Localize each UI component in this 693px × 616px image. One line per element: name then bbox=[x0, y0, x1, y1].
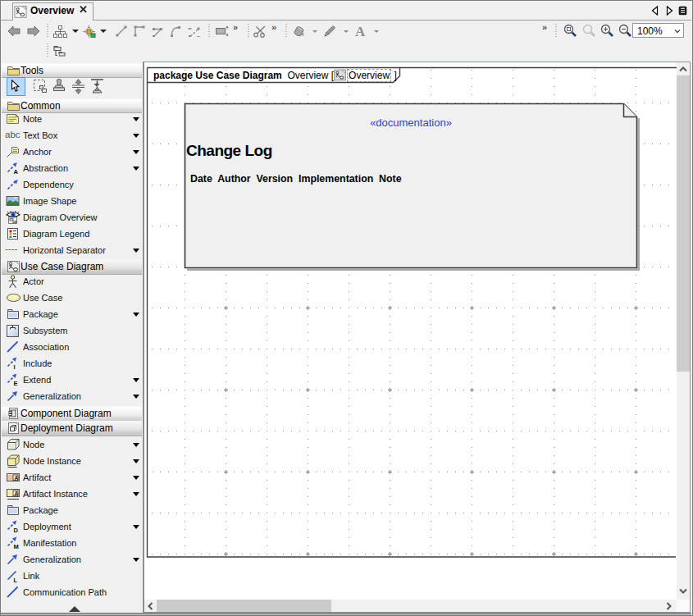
svg-text:M: M bbox=[14, 543, 19, 550]
svg-text:I: I bbox=[14, 363, 16, 370]
svg-text:A: A bbox=[15, 475, 19, 481]
svg-text:A: A bbox=[15, 491, 19, 496]
svg-text:D: D bbox=[14, 527, 19, 533]
svg-text:E: E bbox=[14, 380, 18, 386]
svg-text:A: A bbox=[14, 168, 19, 175]
svg-text:L: L bbox=[14, 577, 18, 583]
